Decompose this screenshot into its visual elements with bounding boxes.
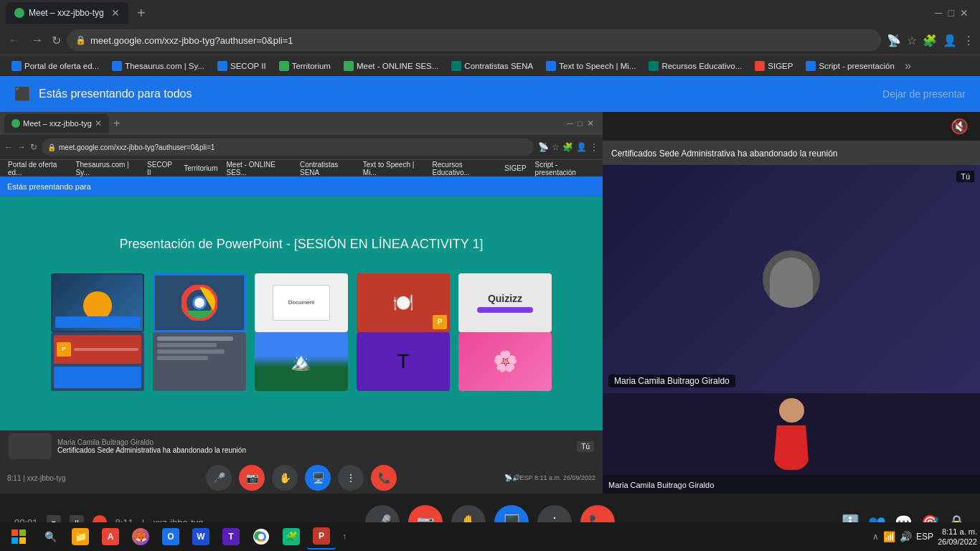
svg-point-3 [194, 298, 204, 308]
maximize-button[interactable]: □ [948, 7, 954, 19]
nested-address-bar[interactable]: 🔒 meet.google.com/xxz-jbbo-tyg?authuser=… [42, 138, 534, 156]
taskbar-firefox[interactable]: 🦊 [126, 524, 155, 550]
nested-forward-button[interactable]: → [17, 142, 26, 152]
system-tray: ∧ 📶 🔊 ESP 8:11 a. m. 26/09/2022 [872, 527, 977, 547]
taskbar-file-explorer[interactable]: 📁 [66, 524, 95, 550]
bookmark-7[interactable]: Text to Speech | Mi... [540, 60, 641, 72]
account-icon[interactable]: 👤 [943, 34, 957, 47]
nested-mic-button[interactable]: 🎤 [206, 465, 232, 491]
browser-window: Meet – xxz-jbbo-tyg ✕ + ─ □ ✕ ← → ↻ 🔒 me… [0, 0, 980, 551]
nested-bookmark-7[interactable]: Text to Speech | Mi... [359, 160, 428, 177]
nested-bookmark-4[interactable]: Territorium [180, 164, 221, 173]
screen-share-icon: ⬛ [14, 86, 30, 102]
nested-bookmark-2[interactable]: Thesaurus.com | Sy... [72, 160, 142, 177]
bookmark-2[interactable]: Thesaurus.com | Sy... [106, 60, 210, 72]
nested-bookmark-3[interactable]: SECOP II [143, 160, 179, 177]
nested-bookmark-9[interactable]: SIGEP [501, 164, 530, 173]
screen-thumb-6[interactable]: P [51, 332, 144, 391]
bookmarks-more-icon[interactable]: » [902, 58, 914, 74]
nested-back-button[interactable]: ← [4, 142, 13, 152]
back-button[interactable]: ← [6, 31, 23, 50]
address-bar[interactable]: 🔒 meet.google.com/xxz-jbbo-tyg?authuser=… [67, 29, 881, 51]
taskbar-search[interactable]: 🔍 [36, 524, 65, 550]
refresh-button[interactable]: ↻ [52, 34, 61, 47]
bookmark-9[interactable]: SIGEP [749, 60, 798, 72]
nested-hand-button[interactable]: ✋ [272, 465, 298, 491]
screen-thumb-2[interactable] [153, 273, 246, 332]
nested-controls: 8:11 | xxz-jbbo-tyg 🎤 📷 ✋ [0, 462, 603, 494]
tab-close-icon[interactable]: ✕ [111, 7, 120, 19]
svg-rect-7 [19, 537, 26, 544]
nav-bar: ← → ↻ 🔒 meet.google.com/xxz-jbbo-tyg?aut… [0, 26, 980, 55]
taskbar-teams[interactable]: T [217, 524, 245, 550]
nested-presentation-banner: Estás presentando para [0, 176, 603, 197]
minimize-button[interactable]: ─ [936, 7, 943, 19]
nested-bookmark-1[interactable]: Portal de oferta ed... [4, 160, 70, 177]
nested-star-icon[interactable]: ☆ [552, 142, 560, 152]
nested-present-button[interactable]: 🖥️ [305, 465, 331, 491]
tray-network-icon[interactable]: 📶 [883, 531, 895, 542]
bookmark-label-4: Territorium [292, 62, 331, 70]
nested-account-icon[interactable]: 👤 [576, 142, 587, 152]
taskbar-powerpoint[interactable]: P [307, 524, 336, 550]
nested-refresh-button[interactable]: ↻ [30, 142, 37, 152]
screen-thumb-4[interactable]: 🍽️ P [357, 273, 450, 332]
nested-bookmark-8[interactable]: Recursos Educativo... [429, 160, 499, 177]
new-tab-button[interactable]: + [131, 3, 151, 23]
nested-camera-button[interactable]: 📷 [239, 465, 265, 491]
screen-thumb-8[interactable]: 🏔️ [255, 332, 348, 391]
tray-language[interactable]: ESP [916, 532, 933, 542]
cast-icon[interactable]: 📡 [887, 34, 901, 47]
nested-end-call-button[interactable]: 📞 [371, 465, 397, 491]
nested-more-button[interactable]: ⋮ [338, 465, 364, 491]
screen-thumb-3[interactable]: Document [255, 273, 348, 332]
file-explorer-icon: 📁 [72, 528, 89, 545]
forward-button[interactable]: → [29, 31, 46, 50]
nested-notification-text: Certificados Sede Administrativa ha aban… [57, 446, 571, 454]
nested-restore-button[interactable]: □ [578, 118, 583, 128]
taskbar-outlook[interactable]: O [156, 524, 185, 550]
nested-cast-icon[interactable]: 📡 [538, 142, 549, 152]
taskbar-extension[interactable]: 🧩 [277, 524, 306, 550]
bookmark-1[interactable]: Portal de oferta ed... [6, 60, 105, 72]
nested-extensions-icon[interactable]: 🧩 [562, 142, 573, 152]
tray-volume-icon[interactable]: 🔊 [900, 531, 912, 542]
nested-active-tab[interactable]: Meet – xxz-jbbo-tyg ✕ [4, 114, 109, 133]
extensions-icon[interactable]: 🧩 [923, 34, 937, 47]
nested-menu-icon[interactable]: ⋮ [590, 142, 598, 152]
screen-thumb-10[interactable]: 🌸 [458, 332, 552, 391]
bookmark-3[interactable]: SECOP II [212, 60, 272, 72]
nested-bookmark-5[interactable]: Meet - ONLINE SES... [223, 160, 295, 177]
screen-thumb-1[interactable] [51, 273, 144, 332]
nested-close-button[interactable]: ✕ [587, 118, 594, 128]
bookmark-10[interactable]: Script - presentación [800, 60, 900, 72]
nested-camera-icon: 📷 [246, 472, 258, 484]
nested-bookmark-10[interactable]: Script - presentación [532, 160, 598, 177]
nested-nav-bar: ← → ↻ 🔒 meet.google.com/xxz-jbbo-tyg?aut… [0, 135, 603, 159]
menu-icon[interactable]: ⋮ [963, 34, 974, 47]
stop-presenting-button[interactable]: Dejar de presentar [882, 88, 966, 100]
screen-thumb-5[interactable]: Quizizz [458, 273, 552, 332]
start-button[interactable] [3, 524, 34, 550]
bookmark-favicon-7 [546, 61, 556, 71]
star-icon[interactable]: ☆ [907, 34, 917, 47]
taskbar-word[interactable]: W [187, 524, 215, 550]
bookmark-8[interactable]: Recursos Educativo... [643, 60, 748, 72]
nested-bookmark-6[interactable]: Contratistas SENA [296, 160, 358, 177]
taskbar-chrome[interactable] [247, 524, 275, 550]
screen-thumb-7[interactable] [153, 332, 246, 391]
bookmark-5[interactable]: Meet - ONLINE SES... [338, 60, 444, 72]
tray-chevron[interactable]: ∧ [872, 532, 879, 542]
bookmark-6[interactable]: Contratistas SENA [446, 60, 539, 72]
screen-thumb-9[interactable]: T [357, 332, 450, 391]
taskbar-acrobat[interactable]: A [96, 524, 125, 550]
nested-new-tab-button[interactable]: + [113, 117, 120, 130]
notification-text: Certificados Sede Administrativa ha aban… [611, 149, 838, 159]
active-tab[interactable]: Meet – xxz-jbbo-tyg ✕ [6, 2, 128, 24]
nested-minimize-button[interactable]: ─ [567, 118, 573, 128]
close-button[interactable]: ✕ [960, 7, 969, 19]
nested-tab-close-icon[interactable]: ✕ [95, 118, 102, 128]
nested-participant-name: Maria Camila Buitrago Giraldo [57, 438, 571, 446]
bookmark-4[interactable]: Territorium [273, 60, 336, 72]
nested-notification-bar: Maria Camila Buitrago Giraldo Certificad… [0, 430, 603, 462]
